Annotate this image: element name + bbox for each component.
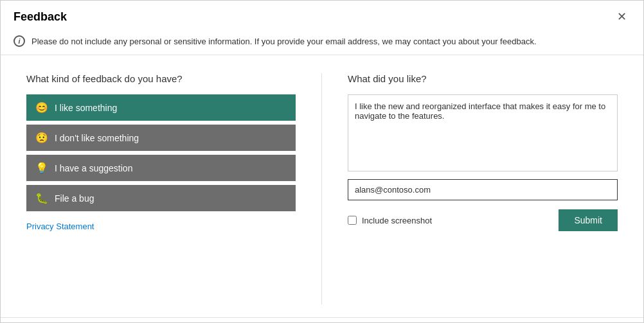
- notice-bar: i Please do not include any personal or …: [1, 30, 643, 55]
- close-button[interactable]: ✕: [613, 10, 631, 24]
- bug-icon: 🐛: [35, 192, 48, 204]
- dialog-footer: [1, 317, 643, 322]
- privacy-link[interactable]: Privacy Statement: [26, 222, 94, 231]
- feedback-textarea[interactable]: I like the new and reorganized interface…: [348, 94, 618, 171]
- include-screenshot-checkbox[interactable]: [348, 216, 357, 225]
- submit-button[interactable]: Submit: [559, 209, 618, 231]
- feedback-content-title: What did you like?: [348, 73, 618, 84]
- option-dislike-label: I don't like something: [55, 133, 139, 143]
- option-bug-label: File a bug: [55, 193, 94, 204]
- suggestion-icon: 💡: [35, 162, 48, 174]
- left-panel: What kind of feedback do you have? 😊 I l…: [26, 73, 322, 304]
- include-screenshot-label[interactable]: Include screenshot: [362, 216, 432, 225]
- dislike-icon: 😟: [35, 132, 48, 144]
- notice-text: Please do not include any personal or se…: [31, 37, 537, 46]
- option-dislike-button[interactable]: 😟 I don't like something: [26, 125, 296, 151]
- feedback-dialog: Feedback ✕ i Please do not include any p…: [0, 0, 644, 323]
- screenshot-checkbox-row: Include screenshot: [348, 216, 432, 225]
- option-bug-button[interactable]: 🐛 File a bug: [26, 185, 296, 211]
- dialog-body: What kind of feedback do you have? 😊 I l…: [1, 55, 643, 317]
- option-suggestion-button[interactable]: 💡 I have a suggestion: [26, 155, 296, 181]
- info-icon: i: [13, 35, 25, 47]
- like-icon: 😊: [35, 101, 48, 114]
- feedback-type-title: What kind of feedback do you have?: [26, 73, 296, 84]
- dialog-title: Feedback: [13, 10, 67, 24]
- bottom-row: Include screenshot Submit: [348, 209, 618, 231]
- dialog-header: Feedback ✕: [1, 1, 643, 30]
- option-suggestion-label: I have a suggestion: [55, 163, 132, 173]
- option-like-button[interactable]: 😊 I like something: [26, 94, 296, 121]
- right-panel: What did you like? I like the new and re…: [322, 73, 618, 304]
- option-like-label: I like something: [55, 103, 117, 113]
- email-input[interactable]: [348, 179, 618, 200]
